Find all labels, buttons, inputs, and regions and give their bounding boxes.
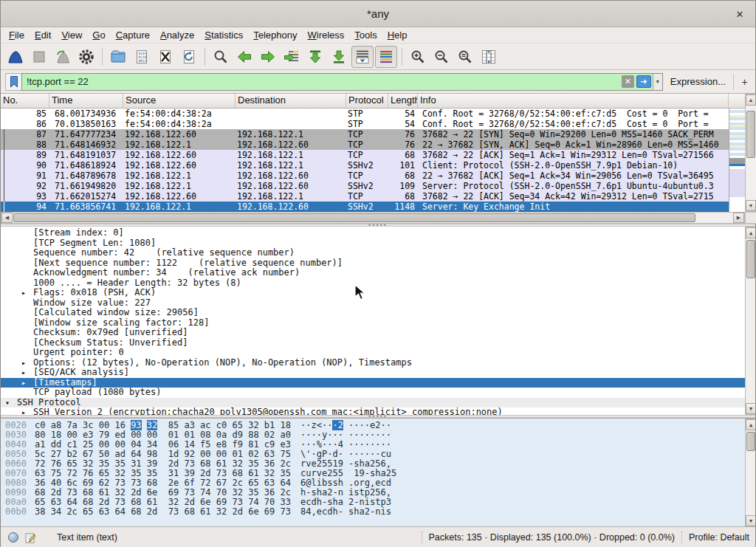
menu-tools[interactable]: Tools: [349, 28, 382, 42]
go-forward-button[interactable]: [257, 46, 279, 68]
packet-row[interactable]: 9371.662015274192.168.122.60192.168.122.…: [1, 191, 729, 202]
collapsed-arrow-icon[interactable]: ▸: [21, 378, 26, 388]
hex-row[interactable]: 00b038 34 2c 65 63 64 68 2d 73 68 61 32 …: [1, 507, 745, 517]
hex-ascii[interactable]: 84,ecdh- sha2-nis: [300, 507, 391, 517]
packet-row[interactable]: 9471.663856741192.168.122.1192.168.122.6…: [1, 202, 729, 212]
go-last-packet-button[interactable]: [328, 46, 350, 68]
reload-file-button[interactable]: [178, 46, 200, 68]
start-capture-button[interactable]: [4, 46, 27, 68]
hex-bytes[interactable]: 38 34 2c 65 63 64 68 2d 73 68 61 32 2d 6…: [35, 507, 295, 517]
colorize-toggle[interactable]: [375, 46, 397, 68]
menu-file[interactable]: File: [4, 28, 30, 42]
detail-line[interactable]: 1000 .... = Header Length: 32 bytes (8): [1, 278, 745, 289]
collapsed-arrow-icon[interactable]: ▸: [21, 358, 26, 368]
column-header-time[interactable]: Time: [49, 94, 123, 108]
column-header-destination[interactable]: Destination: [236, 94, 346, 108]
filter-apply-button[interactable]: ➜: [636, 75, 651, 88]
detail-line[interactable]: [Next sequence number: 1122 (relative se…: [1, 258, 745, 269]
detail-line[interactable]: Acknowledgment number: 34 (relative ack …: [1, 268, 745, 278]
scroll-down-icon[interactable]: ▼: [746, 200, 756, 211]
detail-line[interactable]: Urgent pointer: 0: [1, 348, 745, 358]
column-header-source[interactable]: Source: [123, 94, 236, 108]
save-file-button[interactable]: 010101100011: [131, 46, 153, 68]
packet-row[interactable]: 9271.661949820192.168.122.1192.168.122.6…: [1, 181, 729, 191]
detail-line[interactable]: TCP payload (1080 bytes): [1, 388, 745, 398]
detail-line[interactable]: [Stream index: 0]: [1, 228, 745, 238]
go-back-button[interactable]: [233, 46, 255, 68]
open-file-button[interactable]: [107, 46, 129, 68]
intelligent-scrollbar-minimap[interactable]: [729, 109, 745, 212]
capture-options-button[interactable]: [75, 46, 97, 68]
vscroll-thumb[interactable]: [746, 432, 755, 451]
detail-line[interactable]: ▾SSH Protocol: [1, 398, 745, 408]
scroll-right-icon[interactable]: ▶: [733, 213, 744, 223]
scroll-left-icon[interactable]: ◀: [1, 213, 13, 223]
detail-line[interactable]: [Window size scaling factor: 128]: [1, 318, 745, 328]
column-header-protocol[interactable]: Protocol: [346, 94, 388, 108]
scroll-up-icon[interactable]: ▲: [746, 419, 755, 430]
profile-selector[interactable]: Profile: Default: [689, 532, 749, 543]
find-packet-button[interactable]: [210, 46, 232, 68]
detail-line[interactable]: ▸Flags: 0x018 (PSH, ACK): [1, 288, 745, 298]
stop-capture-button[interactable]: [28, 46, 50, 68]
menu-capture[interactable]: Capture: [111, 28, 155, 42]
scroll-down-icon[interactable]: ▼: [746, 403, 755, 414]
packet-row[interactable]: 8568.001734936fe:54:00:d4:38:2aSTP54Conf…: [1, 109, 729, 119]
packet-row[interactable]: 9071.648618924192.168.122.60192.168.122.…: [1, 160, 729, 171]
detail-line[interactable]: [TCP Segment Len: 1080]: [1, 238, 745, 249]
add-filter-button[interactable]: +: [733, 74, 749, 90]
detail-line[interactable]: Checksum: 0x79ed [unverified]: [1, 328, 745, 338]
vscroll-thumb[interactable]: [746, 111, 755, 158]
menu-edit[interactable]: Edit: [30, 28, 56, 42]
packet-list-vscrollbar[interactable]: ▲ ▼: [745, 94, 756, 212]
hscroll-thumb[interactable]: [13, 213, 695, 222]
menu-analyze[interactable]: Analyze: [155, 28, 199, 42]
column-header-no[interactable]: No.: [1, 94, 49, 108]
detail-line[interactable]: ▸[SEQ/ACK analysis]: [1, 368, 745, 378]
filter-history-dropdown[interactable]: ▾: [653, 74, 662, 90]
expanded-arrow-icon[interactable]: ▾: [5, 398, 10, 408]
expert-info-icon[interactable]: [8, 532, 18, 543]
column-header-info[interactable]: Info: [418, 94, 729, 108]
filter-clear-button[interactable]: ✕: [622, 75, 634, 88]
detail-line[interactable]: Window size value: 227: [1, 298, 745, 309]
zoom-out-button[interactable]: [430, 46, 453, 68]
packet-row[interactable]: 8670.013850163fe:54:00:d4:38:2aSTP54Conf…: [1, 119, 729, 129]
menu-telephony[interactable]: Telephony: [248, 28, 302, 42]
detail-line[interactable]: Sequence number: 42 (relative sequence n…: [1, 248, 745, 258]
auto-scroll-toggle[interactable]: [351, 46, 374, 68]
collapsed-arrow-icon[interactable]: ▸: [21, 407, 26, 415]
detail-line[interactable]: ▸SSH Version 2 (encryption:chacha20_poly…: [1, 407, 745, 415]
menu-wireless[interactable]: Wireless: [303, 28, 350, 42]
filter-bookmark-button[interactable]: [5, 73, 21, 91]
go-to-packet-button[interactable]: [281, 46, 303, 68]
packet-row[interactable]: 8771.647777234192.168.122.60192.168.122.…: [1, 129, 729, 140]
detail-line[interactable]: ▸[Timestamps]: [1, 378, 745, 388]
go-first-packet-button[interactable]: [304, 46, 326, 68]
packet-row[interactable]: 9171.648789678192.168.122.1192.168.122.6…: [1, 171, 729, 181]
collapsed-arrow-icon[interactable]: ▸: [21, 368, 26, 378]
restart-capture-button[interactable]: [52, 46, 74, 68]
detail-line[interactable]: ▸Options: (12 bytes), No-Operation (NOP)…: [1, 358, 745, 368]
packet-list-hscrollbar[interactable]: ◀ ▶: [1, 212, 745, 224]
packet-row[interactable]: 8971.648191037192.168.122.60192.168.122.…: [1, 150, 729, 160]
detail-line[interactable]: [Checksum Status: Unverified]: [1, 338, 745, 348]
resize-columns-button[interactable]: [478, 46, 500, 68]
zoom-in-button[interactable]: [407, 46, 429, 68]
details-vscrollbar[interactable]: ▲ ▼: [745, 227, 755, 415]
menu-go[interactable]: Go: [87, 28, 110, 42]
bytes-vscrollbar[interactable]: ▲ ▼: [745, 419, 755, 526]
menu-help[interactable]: Help: [382, 28, 413, 42]
close-file-button[interactable]: [154, 46, 176, 68]
expression-button[interactable]: Expression...: [663, 76, 733, 87]
collapsed-arrow-icon[interactable]: ▸: [21, 288, 26, 298]
scroll-down-icon[interactable]: ▼: [746, 515, 755, 526]
column-header-length[interactable]: Length: [388, 94, 418, 108]
menu-view[interactable]: View: [56, 28, 87, 42]
scroll-up-icon[interactable]: ▲: [746, 227, 755, 238]
vscroll-thumb[interactable]: [746, 240, 755, 278]
detail-line[interactable]: [Calculated window size: 29056]: [1, 308, 745, 318]
capture-comment-icon[interactable]: [25, 532, 36, 543]
display-filter-input[interactable]: [22, 76, 622, 87]
menu-statistics[interactable]: Statistics: [199, 28, 248, 42]
